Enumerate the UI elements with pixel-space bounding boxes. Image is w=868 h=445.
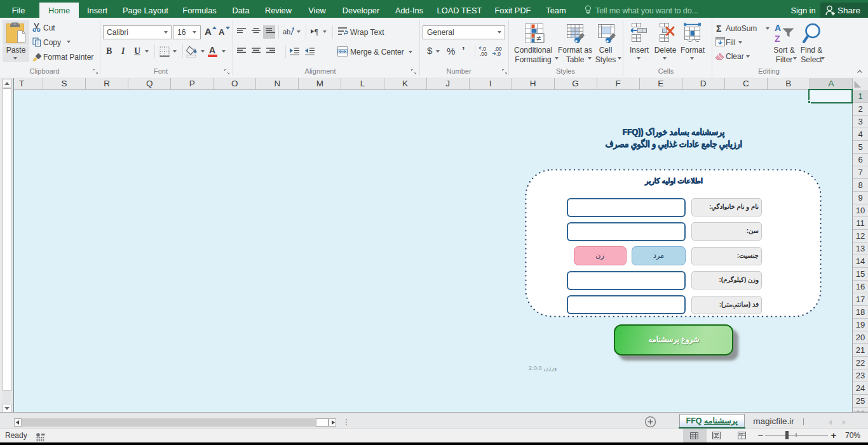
svg-text:A: A [775,23,781,33]
svg-text:ab: ab [283,28,290,36]
svg-text:.00: .00 [480,51,487,57]
svg-text:Z: Z [775,34,780,44]
svg-text:.0: .0 [496,51,501,57]
svg-text:≠: ≠ [536,34,541,43]
svg-text:¶: ¶ [315,27,318,36]
